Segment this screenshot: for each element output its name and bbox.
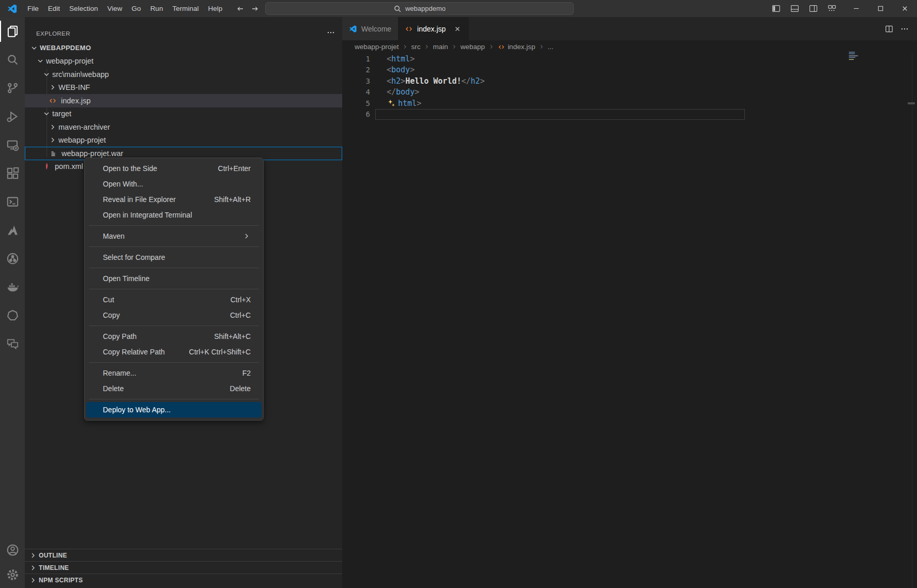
layout-secondary-sidebar-icon[interactable]	[806, 0, 820, 17]
menu-item-copy-relative-path[interactable]: Copy Relative PathCtrl+K Ctrl+Shift+C	[85, 344, 263, 360]
tree-item-webapp-projet[interactable]: webapp-projet	[25, 55, 342, 68]
tab-index-jsp[interactable]: index.jsp	[398, 17, 469, 40]
code-token: >	[410, 65, 415, 74]
menubar-item-edit[interactable]: Edit	[43, 0, 65, 17]
menu-item-shortcut: F2	[242, 369, 251, 377]
menu-item-copy[interactable]: CopyCtrl+C	[85, 307, 263, 323]
scrollbar-handle[interactable]	[908, 102, 915, 104]
menu-item-reveal-in-file-explorer[interactable]: Reveal in File ExplorerShift+Alt+R	[85, 192, 263, 207]
activity-accounts[interactable]	[0, 537, 25, 562]
minimap[interactable]	[849, 52, 864, 60]
breadcrumb-item-index-jsp[interactable]: index.jsp	[508, 43, 535, 51]
section-npm-scripts[interactable]: NPM SCRIPTS	[25, 574, 342, 586]
activity-source-control[interactable]	[0, 74, 25, 102]
breadcrumb-item-[interactable]: ...	[547, 43, 553, 51]
menu-item-rename[interactable]: Rename...F2	[85, 365, 263, 381]
menu-item-open-timeline[interactable]: Open Timeline	[85, 271, 263, 286]
minimap-line	[849, 55, 858, 56]
section-timeline[interactable]: TIMELINE	[25, 561, 342, 574]
code-token: <	[387, 65, 391, 74]
activity-search[interactable]	[0, 45, 25, 74]
activity-comments[interactable]	[0, 330, 25, 358]
menu-item-open-in-integrated-terminal[interactable]: Open in Integrated Terminal	[85, 207, 263, 223]
menu-item-select-for-compare[interactable]: Select for Compare	[85, 250, 263, 265]
menubar-item-selection[interactable]: Selection	[65, 0, 103, 17]
code-token: html	[398, 99, 417, 108]
layout-customize-icon[interactable]	[824, 0, 839, 17]
nav-back-button[interactable]	[234, 0, 247, 17]
menubar-item-help[interactable]: Help	[203, 0, 227, 17]
code-tokens: html>	[387, 99, 421, 108]
menu-item-copy-path[interactable]: Copy PathShift+Alt+C	[85, 329, 263, 344]
activity-run-debug[interactable]	[0, 102, 25, 131]
close-icon[interactable]	[893, 0, 917, 17]
explorer-more-actions-icon[interactable]	[327, 28, 335, 37]
circle-branch-icon	[6, 252, 19, 265]
menu-separator	[89, 326, 259, 326]
archive-icon	[49, 149, 57, 158]
menu-item-open-to-the-side[interactable]: Open to the SideCtrl+Enter	[85, 161, 263, 176]
code-line-1[interactable]: 1<html>	[342, 53, 917, 65]
code-line-5[interactable]: 5html>	[342, 98, 917, 109]
tree-item-src-main-webapp[interactable]: src\main\webapp	[25, 68, 342, 81]
nav-forward-button[interactable]	[248, 0, 262, 17]
gear-icon	[6, 568, 19, 581]
section-outline[interactable]: OUTLINE	[25, 549, 342, 561]
menu-item-maven[interactable]: Maven	[85, 228, 263, 244]
layout-sidebar-icon[interactable]	[769, 0, 783, 17]
menubar-item-go[interactable]: Go	[127, 0, 146, 17]
close-icon[interactable]	[453, 24, 462, 34]
maximize-icon[interactable]	[868, 0, 893, 17]
menu-item-open-with[interactable]: Open With...	[85, 176, 263, 192]
chevron-right-icon	[423, 43, 431, 51]
menu-item-label: Reveal in File Explorer	[103, 195, 176, 204]
code-token: h2	[471, 76, 480, 86]
tree-item-target[interactable]: target	[25, 107, 342, 121]
menubar-item-file[interactable]: File	[23, 0, 43, 17]
minimap-line	[849, 53, 855, 54]
code-line-3[interactable]: 3<h2>Hello World!</h2>	[342, 75, 917, 87]
activity-azure[interactable]	[0, 216, 25, 244]
activity-settings[interactable]	[0, 562, 25, 587]
menu-item-cut[interactable]: CutCtrl+X	[85, 292, 263, 307]
layout-panel-icon[interactable]	[787, 0, 802, 17]
menu-item-deploy-to-web-app[interactable]: Deploy to Web App...	[86, 402, 262, 417]
activity-explorer[interactable]	[0, 17, 25, 45]
menubar-item-terminal[interactable]: Terminal	[167, 0, 203, 17]
chevron-down-icon	[42, 70, 51, 79]
tab-welcome[interactable]: Welcome	[342, 17, 398, 40]
vscode-logo-icon	[349, 25, 357, 33]
tree-item-maven-archiver[interactable]: maven-archiver	[25, 120, 342, 134]
breadcrumb-item-main[interactable]: main	[433, 43, 448, 51]
tree-item-index-jsp[interactable]: index.jsp	[25, 94, 342, 107]
command-center-search[interactable]: webappdemo	[265, 2, 574, 15]
activity-commit-graph[interactable]	[0, 244, 25, 273]
activity-docker[interactable]	[0, 273, 25, 301]
minimize-icon[interactable]	[844, 0, 868, 17]
minimap-line	[849, 52, 855, 53]
breadcrumb-item-src[interactable]: src	[411, 43, 421, 51]
code-line-2[interactable]: 2<body>	[342, 65, 917, 76]
code-editor[interactable]: 1<html>2<body>3<h2>Hello World!</h2>4</b…	[342, 53, 917, 120]
menubar-item-view[interactable]: View	[103, 0, 127, 17]
split-editor-icon[interactable]	[885, 25, 893, 33]
breadcrumb-item-webapp[interactable]: webapp	[461, 43, 485, 51]
chevron-right-icon	[49, 123, 57, 131]
breadcrumb-item-webapp-projet[interactable]: webapp-projet	[355, 43, 399, 51]
more-icon[interactable]	[900, 25, 909, 33]
activity-extensions[interactable]	[0, 159, 25, 188]
menu-item-delete[interactable]: DeleteDelete	[85, 381, 263, 396]
search-icon	[6, 53, 19, 66]
tree-item-webappdemo[interactable]: WEBAPPDEMO	[25, 41, 342, 55]
activity-kubernetes[interactable]	[0, 301, 25, 330]
tree-item-web-inf[interactable]: WEB-INF	[25, 81, 342, 95]
menu-item-shortcut: Shift+Alt+C	[214, 332, 251, 341]
activity-terminal[interactable]	[0, 188, 25, 216]
activity-remote-explorer[interactable]	[0, 131, 25, 159]
chevron-down-icon	[36, 57, 44, 65]
chevron-right-icon	[451, 43, 458, 51]
chevron-right-icon	[402, 43, 409, 51]
tree-item-webapp-projet[interactable]: webapp-projet	[25, 134, 342, 147]
code-line-4[interactable]: 4</body>	[342, 87, 917, 98]
menubar-item-run[interactable]: Run	[146, 0, 168, 17]
